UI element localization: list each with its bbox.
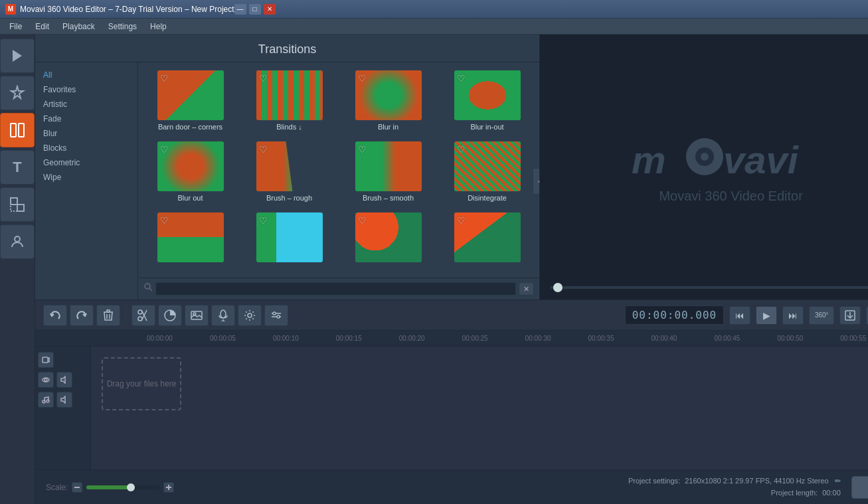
transitions-panel: Transitions All Favorites Artistic Fade …: [35, 35, 540, 299]
transitions-scroll[interactable]: ♡ Barn door – corners ♡ Blinds ↓: [138, 62, 539, 278]
track-music-button[interactable]: [38, 392, 54, 408]
svg-point-39: [46, 400, 49, 402]
menu-playback[interactable]: Playback: [56, 21, 102, 33]
search-clear-button[interactable]: ✕: [519, 282, 534, 295]
tool-avatar[interactable]: [0, 224, 35, 259]
transition-label-blur-out: Blur out: [178, 194, 203, 202]
category-blocks[interactable]: Blocks: [35, 141, 137, 155]
toolbar-divider-1: [126, 306, 126, 325]
scale-decrease-button[interactable]: [72, 482, 82, 493]
transition-barn-door[interactable]: ♡ Barn door – corners: [143, 68, 237, 133]
favorite-icon-brush-smooth: ♡: [358, 144, 367, 155]
svg-point-38: [43, 400, 45, 403]
scale-increase-button[interactable]: [163, 482, 174, 493]
category-list: All Favorites Artistic Fade Blur Blocks …: [35, 62, 138, 299]
transition-row3-3[interactable]: ♡: [341, 210, 435, 268]
drop-zone[interactable]: Drag your files here: [102, 357, 181, 410]
title-bar: M Movavi 360 Video Editor – 7-Day Trial …: [0, 0, 868, 19]
menu-file[interactable]: File: [3, 21, 29, 33]
transition-row3-1[interactable]: ♡: [143, 210, 237, 268]
transition-brush-smooth[interactable]: ♡ Brush – smooth: [341, 139, 435, 205]
maximize-button[interactable]: □: [249, 4, 261, 15]
track-audio-button[interactable]: [56, 372, 72, 388]
tool-video[interactable]: [0, 39, 35, 73]
project-info: Project settings: 2160x1080 2:1 29.97 FP…: [628, 475, 841, 499]
transition-thumb-barn-door: ♡: [157, 70, 224, 120]
tool-effects[interactable]: [0, 76, 35, 110]
redo-button[interactable]: [70, 305, 94, 326]
svg-line-8: [149, 288, 152, 291]
color-button[interactable]: [158, 305, 182, 326]
category-artistic[interactable]: Artistic: [35, 97, 137, 112]
svg-marker-0: [13, 50, 22, 62]
search-input[interactable]: [155, 282, 516, 295]
tool-titles[interactable]: T: [0, 150, 35, 185]
svg-point-26: [248, 313, 252, 317]
app-icon: M: [5, 4, 16, 15]
category-fade[interactable]: Fade: [35, 112, 137, 126]
menu-settings[interactable]: Settings: [102, 21, 143, 33]
transition-blur-in-out[interactable]: ♡ Blur in-out: [440, 68, 534, 133]
transition-label-barn-door: Barn door – corners: [158, 123, 222, 131]
category-all[interactable]: All: [35, 68, 137, 82]
equalize-button[interactable]: [264, 305, 288, 326]
menu-help[interactable]: Help: [143, 21, 173, 33]
vr-button[interactable]: 360°: [809, 306, 834, 325]
transition-blur-out[interactable]: ♡ Blur out: [143, 139, 237, 205]
skip-end-button[interactable]: ⏭: [782, 306, 804, 325]
audio-button[interactable]: [211, 305, 235, 326]
preview-area: m vavi Movavi 360 Video Editor: [540, 35, 868, 299]
window-controls: — □ ✕: [234, 4, 276, 15]
transition-row3-4[interactable]: ♡: [440, 210, 534, 268]
transition-disintegrate[interactable]: ♡ Disintegrate: [440, 139, 534, 205]
track-audio2-button[interactable]: [56, 392, 72, 408]
transitions-grid: ♡ Barn door – corners ♡ Blinds ↓: [143, 68, 534, 268]
project-settings-label: Project settings:: [628, 477, 680, 485]
scale-slider-thumb[interactable]: [127, 483, 135, 491]
category-favorites[interactable]: Favorites: [35, 82, 137, 97]
track-content[interactable]: Drag your files here: [91, 347, 868, 469]
transition-thumb-blinds: ♡: [256, 70, 323, 120]
favorite-icon-row3-3: ♡: [358, 215, 367, 226]
project-length-label: Project length:: [771, 489, 818, 497]
track-video-button[interactable]: [38, 352, 54, 368]
minimize-button[interactable]: —: [234, 4, 246, 15]
export-frame-button[interactable]: [839, 306, 861, 325]
transition-brush-rough[interactable]: ♡ Brush – rough: [242, 139, 336, 205]
category-blur[interactable]: Blur: [35, 126, 137, 141]
transition-row3-2[interactable]: ♡: [242, 210, 336, 268]
track-visibility-button[interactable]: [38, 372, 54, 388]
close-button[interactable]: ✕: [264, 4, 276, 15]
play-button[interactable]: ▶: [756, 306, 777, 325]
export-button[interactable]: Export: [851, 476, 868, 499]
scrubber-thumb[interactable]: [553, 283, 563, 292]
svg-text:m: m: [632, 138, 666, 181]
scrubber-track[interactable]: [551, 286, 868, 289]
image-button[interactable]: [185, 305, 209, 326]
tool-overlay[interactable]: [0, 187, 35, 222]
scale-slider[interactable]: [86, 485, 159, 489]
transition-thumb-blur-out: ♡: [157, 141, 224, 191]
top-content: Transitions All Favorites Artistic Fade …: [35, 35, 868, 300]
category-wipe[interactable]: Wipe: [35, 170, 137, 185]
svg-point-30: [277, 315, 280, 318]
undo-button[interactable]: [43, 305, 67, 326]
delete-button[interactable]: [96, 305, 120, 326]
skip-start-button[interactable]: ⏮: [729, 306, 750, 325]
tool-transitions[interactable]: [0, 113, 35, 147]
svg-rect-41: [74, 487, 80, 488]
cut-button[interactable]: [131, 305, 155, 326]
svg-rect-3: [11, 198, 17, 205]
title-text: Movavi 360 Video Editor – 7-Day Trial Ve…: [20, 5, 234, 14]
collapse-panel-button[interactable]: ‹: [533, 168, 539, 195]
svg-point-29: [273, 312, 276, 315]
left-sidebar: T: [0, 35, 35, 504]
category-geometric[interactable]: Geometric: [35, 155, 137, 170]
edit-settings-icon[interactable]: ✏: [835, 477, 841, 485]
movavi-logo: m vavi: [625, 130, 837, 183]
settings-button[interactable]: [238, 305, 262, 326]
movavi-subtitle: Movavi 360 Video Editor: [659, 189, 802, 204]
menu-edit[interactable]: Edit: [29, 21, 56, 33]
transition-blinds[interactable]: ♡ Blinds ↓: [242, 68, 336, 133]
transition-blur-in[interactable]: ♡ Blur in: [341, 68, 435, 133]
